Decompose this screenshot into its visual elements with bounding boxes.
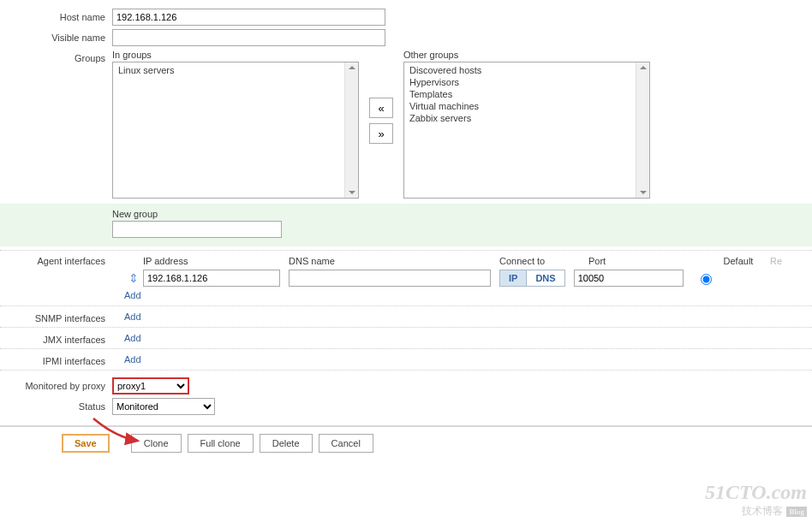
in-groups-listbox[interactable]: Linux servers (112, 62, 359, 199)
visible-name-label: Visible name (0, 29, 112, 43)
ipmi-interfaces-label: IPMI interfaces (0, 353, 112, 366)
list-item[interactable]: Hypervisors (406, 76, 648, 88)
ip-address-header: IP address (143, 256, 289, 266)
monitored-by-proxy-label: Monitored by proxy (0, 377, 112, 391)
dns-name-input[interactable] (289, 270, 491, 287)
full-clone-button[interactable]: Full clone (188, 434, 254, 453)
remove-header: Re (770, 256, 782, 266)
list-item[interactable]: Linux servers (115, 64, 356, 76)
connect-to-header: Connect to (499, 256, 588, 266)
ip-address-input[interactable] (143, 270, 280, 287)
default-header: Default (717, 256, 760, 266)
other-groups-listbox[interactable]: Discovered hosts Hypervisors Templates V… (403, 62, 650, 199)
host-name-input[interactable] (112, 9, 385, 26)
add-ipmi-interface-link[interactable]: Add (124, 354, 141, 365)
port-header: Port (588, 256, 717, 266)
add-agent-interface-link[interactable]: Add (124, 290, 141, 300)
default-radio[interactable] (701, 274, 712, 285)
status-label: Status (0, 398, 112, 412)
new-group-input[interactable] (112, 221, 282, 238)
drag-handle-icon[interactable]: ⇕ (124, 271, 143, 285)
scrollbar[interactable] (636, 62, 649, 198)
agent-interfaces-label: Agent interfaces (0, 254, 112, 302)
snmp-interfaces-label: SNMP interfaces (0, 310, 112, 323)
other-groups-title: Other groups (403, 50, 650, 60)
status-select[interactable]: Monitored (112, 398, 215, 415)
in-groups-title: In groups (112, 50, 359, 60)
add-jmx-interface-link[interactable]: Add (124, 333, 141, 343)
save-button[interactable]: Save (62, 434, 110, 453)
list-item[interactable]: Templates (406, 88, 648, 100)
scrollbar[interactable] (344, 62, 358, 198)
port-input[interactable] (574, 270, 684, 287)
cancel-button[interactable]: Cancel (319, 434, 373, 453)
clone-button[interactable]: Clone (131, 434, 182, 453)
jmx-interfaces-label: JMX interfaces (0, 331, 112, 345)
monitored-by-proxy-select[interactable]: proxy1 (112, 377, 189, 394)
host-form: Host name Visible name Groups In groups … (0, 9, 812, 460)
connect-ip-button[interactable]: IP (499, 270, 526, 287)
button-bar: Save Clone Full clone Delete Cancel (0, 425, 812, 460)
list-item[interactable]: Virtual machines (406, 100, 648, 112)
move-right-button[interactable]: » (369, 123, 393, 144)
list-item[interactable]: Discovered hosts (406, 64, 648, 76)
groups-label: Groups (0, 50, 112, 63)
add-snmp-interface-link[interactable]: Add (124, 311, 141, 322)
delete-button[interactable]: Delete (260, 434, 313, 453)
visible-name-input[interactable] (112, 29, 385, 46)
list-item[interactable]: Zabbix servers (406, 112, 648, 124)
host-name-label: Host name (0, 9, 112, 22)
dns-name-header: DNS name (289, 256, 499, 266)
connect-dns-button[interactable]: DNS (526, 270, 564, 287)
move-left-button[interactable]: « (369, 98, 393, 118)
new-group-title: New group (112, 209, 812, 219)
